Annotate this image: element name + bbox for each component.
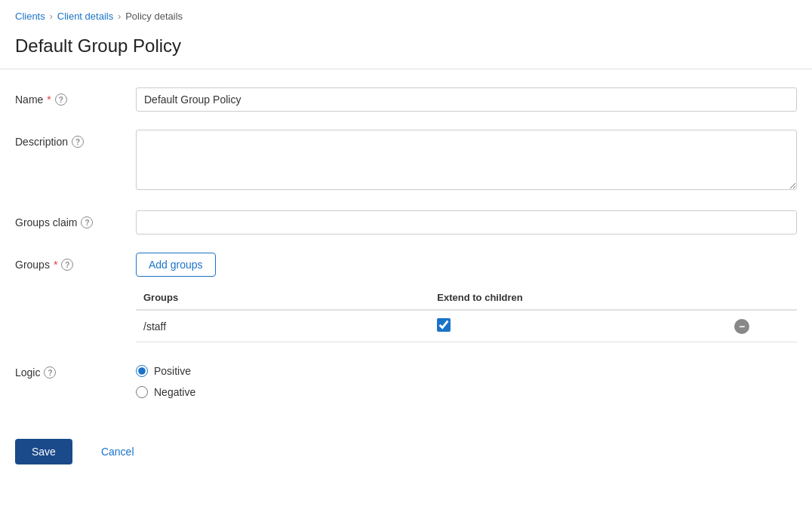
logic-field: Positive Negative bbox=[136, 360, 797, 398]
description-help-icon[interactable]: ? bbox=[72, 136, 84, 148]
name-required: * bbox=[47, 93, 51, 106]
save-button[interactable]: Save bbox=[15, 439, 72, 464]
groups-required: * bbox=[54, 259, 57, 271]
table-row: /staff − bbox=[136, 310, 797, 342]
action-cell: − bbox=[687, 310, 797, 342]
breadcrumb: Clients › Client details › Policy detail… bbox=[0, 0, 812, 32]
form-container: Name * ? Description ? Groups claim ? Gr… bbox=[0, 87, 812, 398]
groups-claim-row: Groups claim ? bbox=[15, 210, 797, 235]
groups-help-icon[interactable]: ? bbox=[61, 259, 73, 271]
name-help-icon[interactable]: ? bbox=[55, 93, 67, 106]
description-field bbox=[136, 130, 797, 192]
extend-checkbox[interactable] bbox=[437, 318, 451, 332]
logic-positive-option[interactable]: Positive bbox=[136, 365, 797, 377]
groups-claim-field bbox=[136, 210, 797, 235]
description-row: Description ? bbox=[15, 130, 797, 192]
groups-claim-help-icon[interactable]: ? bbox=[81, 216, 93, 228]
logic-label: Logic ? bbox=[15, 360, 136, 379]
title-divider bbox=[0, 69, 812, 69]
name-field bbox=[136, 87, 797, 112]
col-header-groups: Groups bbox=[136, 286, 429, 310]
description-label: Description ? bbox=[15, 130, 136, 148]
group-name-cell: /staff bbox=[136, 310, 429, 342]
groups-table: Groups Extend to children /staff − bbox=[136, 286, 797, 342]
extend-cell bbox=[429, 310, 687, 342]
page-title: Default Group Policy bbox=[0, 32, 812, 69]
logic-positive-radio[interactable] bbox=[136, 365, 148, 377]
name-row: Name * ? bbox=[15, 87, 797, 112]
groups-claim-input[interactable] bbox=[136, 210, 797, 235]
cancel-button[interactable]: Cancel bbox=[85, 439, 151, 464]
logic-positive-label: Positive bbox=[154, 365, 191, 377]
groups-field: Add groups Groups Extend to children /st… bbox=[136, 253, 797, 342]
breadcrumb-current: Policy details bbox=[125, 11, 183, 22]
form-actions: Save Cancel bbox=[0, 416, 812, 480]
breadcrumb-sep-2: › bbox=[118, 11, 121, 22]
logic-help-icon[interactable]: ? bbox=[44, 366, 56, 379]
breadcrumb-clients[interactable]: Clients bbox=[15, 11, 45, 22]
groups-label: Groups * ? bbox=[15, 253, 136, 271]
logic-negative-label: Negative bbox=[154, 386, 195, 398]
name-label: Name * ? bbox=[15, 87, 136, 106]
description-input[interactable] bbox=[136, 130, 797, 190]
remove-icon: − bbox=[734, 319, 749, 334]
breadcrumb-client-details[interactable]: Client details bbox=[57, 11, 113, 22]
groups-claim-label: Groups claim ? bbox=[15, 210, 136, 228]
logic-radio-group: Positive Negative bbox=[136, 360, 797, 398]
logic-row: Logic ? Positive Negative bbox=[15, 360, 797, 398]
groups-row: Groups * ? Add groups Groups Extend to c… bbox=[15, 253, 797, 342]
add-groups-button[interactable]: Add groups bbox=[136, 253, 216, 277]
remove-group-button[interactable]: − bbox=[734, 319, 749, 334]
breadcrumb-sep-1: › bbox=[50, 11, 53, 22]
col-header-action bbox=[687, 286, 797, 310]
col-header-extend: Extend to children bbox=[429, 286, 687, 310]
logic-negative-option[interactable]: Negative bbox=[136, 386, 797, 398]
logic-negative-radio[interactable] bbox=[136, 386, 148, 398]
name-input[interactable] bbox=[136, 87, 797, 112]
